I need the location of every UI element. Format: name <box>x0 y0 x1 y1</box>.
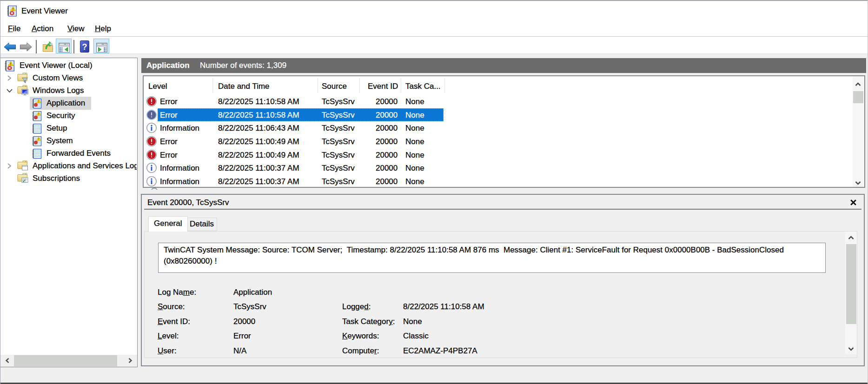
svg-text:?: ? <box>82 42 87 52</box>
